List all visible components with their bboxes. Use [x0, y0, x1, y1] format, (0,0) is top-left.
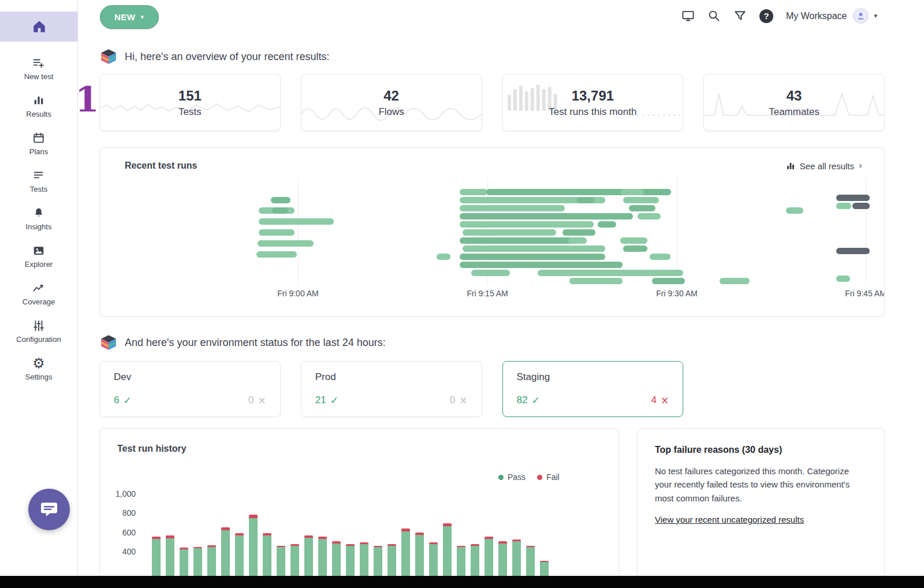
overview-greeting-text: Hi, here's an overview of your recent re…	[125, 51, 330, 63]
test-run-bar[interactable]	[460, 262, 623, 268]
test-run-bar[interactable]	[271, 197, 290, 203]
test-run-bar[interactable]	[272, 207, 288, 214]
see-all-results-link[interactable]: See all results ›	[786, 161, 862, 171]
app-logo-icon	[100, 49, 117, 65]
sidebar-item-explorer[interactable]: Explorer	[0, 237, 77, 275]
test-run-bar[interactable]	[652, 278, 685, 284]
stat-card-test-runs[interactable]: 13,791 Test runs this month	[502, 74, 684, 131]
stat-label: Flows	[378, 106, 404, 118]
gantt-chart[interactable]: Fri 9:00 AMFri 9:15 AMFri 9:30 AMFri 9:4…	[100, 148, 884, 316]
test-run-bar[interactable]	[621, 189, 644, 195]
gantt-axis-label: Fri 9:45 AM	[845, 289, 885, 298]
sidebar-item-label: Tests	[30, 185, 47, 193]
sidebar-item-results[interactable]: Results	[0, 87, 77, 125]
stat-value: 13,791	[572, 88, 614, 104]
chat-launcher-button[interactable]	[28, 489, 70, 530]
test-run-bar[interactable]	[629, 205, 655, 211]
search-icon[interactable]	[707, 9, 721, 23]
env-card-prod[interactable]: Prod 21✓ 0×	[301, 361, 482, 417]
app-logo-icon	[100, 334, 117, 351]
history-chart[interactable]: 1,000800600400	[100, 429, 619, 588]
test-run-bar[interactable]	[256, 251, 297, 258]
top-failure-reasons-card: Top failure reasons (30 days) No test fa…	[637, 428, 885, 588]
test-run-bar[interactable]	[460, 237, 582, 244]
workspace-menu[interactable]: My Workspace ▾	[786, 8, 877, 24]
gantt-gridline	[866, 178, 866, 285]
test-run-bar[interactable]	[460, 189, 487, 195]
test-run-bar[interactable]	[836, 276, 850, 282]
test-run-bar[interactable]	[577, 197, 594, 203]
test-run-bar[interactable]	[569, 278, 623, 284]
env-name: Dev	[114, 371, 266, 383]
screen-bottom-edge	[0, 576, 924, 588]
test-run-bar[interactable]	[620, 237, 647, 244]
sidebar-item-new-test[interactable]: New test	[0, 50, 77, 87]
stat-label: Test runs this month	[549, 106, 636, 118]
env-fail-count: 4	[651, 395, 657, 406]
test-run-bar[interactable]	[471, 270, 510, 276]
test-run-bar[interactable]	[538, 270, 683, 276]
test-run-bar[interactable]	[638, 213, 661, 219]
test-run-bar[interactable]	[786, 207, 803, 214]
env-pass-count: 21	[315, 395, 326, 406]
test-run-bar[interactable]	[568, 237, 587, 244]
test-run-bar[interactable]	[463, 245, 605, 252]
gear-icon: ⚙	[32, 357, 45, 370]
sidebar-item-label: New test	[24, 72, 54, 81]
test-run-bar[interactable]	[836, 248, 870, 254]
sidebar-item-plans[interactable]: Plans	[0, 125, 77, 162]
env-card-staging[interactable]: Staging 82✓ 4×	[502, 361, 684, 417]
test-run-bar[interactable]	[460, 205, 565, 211]
sliders-icon	[32, 319, 45, 332]
test-run-bar[interactable]	[460, 254, 605, 260]
test-run-bar[interactable]	[437, 254, 450, 260]
test-run-bar[interactable]	[460, 221, 594, 228]
test-run-bar[interactable]	[259, 229, 295, 236]
test-run-bar[interactable]	[258, 240, 314, 247]
test-run-bar[interactable]	[463, 229, 556, 236]
test-run-bar[interactable]	[598, 221, 616, 228]
new-test-icon	[32, 57, 45, 69]
env-name: Prod	[315, 371, 468, 383]
test-run-bar[interactable]	[720, 278, 750, 284]
sidebar-item-label: Explorer	[25, 260, 53, 269]
test-run-bar[interactable]	[562, 229, 595, 236]
environment-greeting: And here's your environment status for t…	[100, 334, 386, 351]
chevron-right-icon: ›	[859, 161, 862, 171]
test-run-bar[interactable]	[852, 203, 870, 209]
env-card-dev[interactable]: Dev 6✓ 0×	[99, 361, 281, 417]
monitor-icon[interactable]	[681, 9, 695, 23]
stat-value: 151	[178, 88, 202, 104]
failure-reasons-title: Top failure reasons (30 days)	[655, 445, 867, 455]
environment-greeting-text: And here's your environment status for t…	[125, 337, 386, 349]
test-run-bar[interactable]	[650, 254, 670, 260]
test-run-bar[interactable]	[460, 213, 633, 219]
new-button[interactable]: NEW ▾	[100, 5, 159, 29]
image-icon	[32, 244, 45, 257]
uncategorized-results-link[interactable]: View your recent uncategorized results	[655, 515, 804, 524]
gantt-axis-label: Fri 9:30 AM	[656, 289, 698, 298]
stat-card-flows[interactable]: 42 Flows	[301, 74, 482, 131]
test-run-bar[interactable]	[836, 195, 870, 201]
plans-icon	[32, 132, 45, 144]
topbar-actions: ? My Workspace ▾	[681, 8, 877, 24]
test-run-bar[interactable]	[623, 245, 647, 252]
sidebar-item-coverage[interactable]: Coverage	[0, 275, 77, 312]
overview-greeting: Hi, here's an overview of your recent re…	[100, 49, 330, 65]
test-run-bar[interactable]	[623, 197, 659, 203]
test-run-bar[interactable]	[836, 203, 851, 209]
sidebar-item-insights[interactable]: Insights	[0, 200, 77, 237]
sidebar-item-settings[interactable]: ⚙ Settings	[0, 350, 77, 388]
stat-card-tests[interactable]: 151 Tests	[99, 74, 281, 131]
filter-icon[interactable]	[733, 9, 747, 23]
sidebar-item-tests[interactable]: Tests	[0, 162, 77, 200]
help-icon[interactable]: ?	[759, 9, 773, 23]
stat-card-teammates[interactable]: 43 Teammates	[703, 74, 885, 131]
sidebar-item-home[interactable]	[0, 12, 78, 42]
sidebar-item-label: Plans	[29, 147, 49, 156]
test-run-bar[interactable]	[259, 218, 334, 225]
new-button-label: NEW	[114, 12, 136, 22]
gantt-axis-label: Fri 9:00 AM	[277, 289, 319, 298]
sidebar-item-configuration[interactable]: Configuration	[0, 312, 77, 350]
failure-reasons-body: No test failures categorized this month.…	[655, 464, 867, 505]
